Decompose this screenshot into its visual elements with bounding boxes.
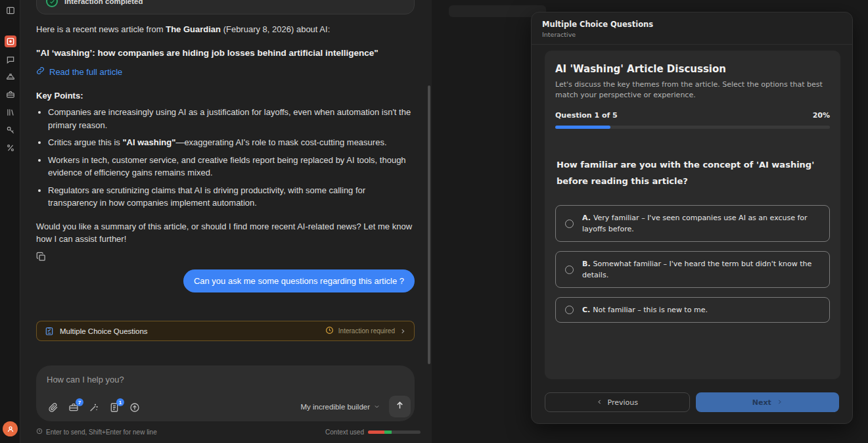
context-usage-bar xyxy=(368,431,421,434)
plus-icon xyxy=(5,35,16,47)
arrow-up-icon xyxy=(395,400,405,413)
key-points-title: Key Points: xyxy=(36,91,415,101)
copy-icon xyxy=(36,252,46,264)
article-headline: "AI ‘washing’: how companies are hiding … xyxy=(36,48,415,58)
composer-input[interactable] xyxy=(47,375,323,390)
list-item: Companies are increasingly using AI as a… xyxy=(48,106,415,131)
builder-selector[interactable]: My incredible builder xyxy=(301,403,380,411)
attach-button[interactable] xyxy=(48,402,58,413)
option-a[interactable]: A.Very familiar – I've seen companies us… xyxy=(555,205,830,242)
send-hint: Enter to send, Shift+Enter for new line xyxy=(46,429,157,436)
option-a-label: Very familiar – I've seen companies use … xyxy=(582,214,808,233)
tools-nav-button[interactable] xyxy=(0,143,20,155)
status-label: Interaction completed xyxy=(64,0,143,5)
quiz-description: Let's discuss the key themes from the ar… xyxy=(555,80,823,100)
composer: 7 1 My incredible builder xyxy=(36,365,415,421)
list-item: Workers in tech, customer service, and c… xyxy=(48,154,415,179)
list-item: Critics argue this is "AI washing"—exagg… xyxy=(48,136,415,149)
previous-label: Previous xyxy=(608,398,639,407)
next-button[interactable]: Next xyxy=(696,392,840,412)
bullet-text: Regulators are scrutinizing claims that … xyxy=(48,185,365,208)
progress-track xyxy=(555,126,830,129)
key-icon xyxy=(6,126,15,137)
option-b[interactable]: B.Somewhat familiar – I've heard the ter… xyxy=(555,251,830,288)
copy-button[interactable] xyxy=(36,252,47,262)
clock-badge-icon xyxy=(325,325,334,337)
apps-nav-button[interactable] xyxy=(0,90,20,102)
panel-header: Multiple Choice Questions Interactive xyxy=(532,12,852,45)
user-message-bubble: Can you ask me some questions regarding … xyxy=(183,269,415,292)
question-card: AI 'Washing' Article Discussion Let's di… xyxy=(545,51,840,379)
question-text: How familiar are you with the concept of… xyxy=(557,156,830,189)
composer-toolbar: 7 1 xyxy=(48,402,140,413)
bullet-text: Critics argue this is xyxy=(48,137,122,147)
chat-nav-button[interactable] xyxy=(0,55,20,67)
radio-icon[interactable] xyxy=(565,266,574,274)
checklist-icon xyxy=(45,327,54,336)
option-a-letter: A. xyxy=(582,214,591,222)
keys-nav-button[interactable] xyxy=(0,126,20,137)
library-nav-button[interactable] xyxy=(0,108,20,120)
bullet-text: —exaggerating AI's role to mask cost-cut… xyxy=(175,137,386,147)
tool-card-title: Multiple Choice Questions xyxy=(60,327,148,335)
progress-row: Question 1 of 5 20% xyxy=(555,111,830,120)
bullet-bold: "AI washing" xyxy=(122,137,175,147)
context-used-label: Context used xyxy=(325,429,364,436)
usage-button[interactable] xyxy=(129,402,140,413)
chat-scrollbar[interactable] xyxy=(428,85,430,364)
sidebar-toggle-icon xyxy=(6,6,15,18)
progress-label: Question 1 of 5 xyxy=(555,111,618,120)
chat-footer: Enter to send, Shift+Enter for new line … xyxy=(36,428,421,436)
option-c[interactable]: C.Not familiar – this is new to me. xyxy=(555,297,830,323)
option-c-letter: C. xyxy=(582,306,590,314)
option-a-text: A.Very familiar – I've seen companies us… xyxy=(582,212,820,235)
progress-fill xyxy=(555,126,610,129)
option-c-label: Not familiar – this is new to me. xyxy=(593,306,708,314)
magic-wand-button[interactable] xyxy=(89,402,99,413)
send-button[interactable] xyxy=(389,396,411,417)
chat-column: Interaction completed Here is a recent n… xyxy=(20,0,432,443)
radio-icon[interactable] xyxy=(565,220,574,228)
new-app-button[interactable] xyxy=(0,35,20,47)
library-icon xyxy=(6,108,15,120)
toolkit-count-badge: 7 xyxy=(76,398,83,406)
panel-subtitle: Interactive xyxy=(542,31,842,38)
intro-bold: The Guardian xyxy=(166,24,221,34)
mcq-panel: Multiple Choice Questions Interactive AI… xyxy=(531,12,853,424)
status-card: Interaction completed xyxy=(36,0,415,14)
radio-icon[interactable] xyxy=(565,306,574,314)
context-segment-red xyxy=(368,431,384,434)
intro-pre: Here is a recent news article from xyxy=(36,24,166,34)
documents-button[interactable]: 1 xyxy=(109,402,120,413)
documents-count-badge: 1 xyxy=(116,398,124,406)
bullet-text: Companies are increasingly using AI as a… xyxy=(48,107,411,130)
hard-hat-icon xyxy=(6,72,15,84)
clock-icon xyxy=(36,428,43,436)
chevron-right-icon xyxy=(777,398,783,407)
link-label: Read the full article xyxy=(49,67,122,77)
option-b-letter: B. xyxy=(582,260,591,268)
sidebar-toggle-button[interactable] xyxy=(0,6,20,18)
panel-buttons: Previous Next xyxy=(545,392,839,412)
account-button[interactable] xyxy=(0,421,20,436)
bullet-text: Workers in tech, customer service, and c… xyxy=(48,155,406,178)
context-segment-green xyxy=(384,431,392,434)
previous-button[interactable]: Previous xyxy=(545,392,690,412)
options-list: A.Very familiar – I've seen companies us… xyxy=(555,205,830,323)
closing-paragraph: Would you like a summary of this article… xyxy=(36,221,415,245)
toolkit-button[interactable]: 7 xyxy=(68,402,79,413)
mcq-tool-card[interactable]: Multiple Choice Questions Interaction re… xyxy=(36,321,415,341)
builder-nav-button[interactable] xyxy=(0,72,20,84)
progress-percent: 20% xyxy=(813,111,830,120)
key-points-list: Companies are increasingly using AI as a… xyxy=(36,106,415,214)
next-label: Next xyxy=(752,398,771,407)
chat-bubble-icon xyxy=(6,55,15,67)
intro-paragraph: Here is a recent news article from The G… xyxy=(36,24,415,36)
toolbox-icon xyxy=(6,90,15,102)
chevron-left-icon xyxy=(597,398,603,407)
user-avatar-icon xyxy=(3,421,18,436)
left-rail xyxy=(0,0,20,443)
quiz-title: AI 'Washing' Article Discussion xyxy=(555,63,830,75)
article-link[interactable]: Read the full article xyxy=(36,66,415,77)
app-window: Interaction completed Here is a recent n… xyxy=(0,0,868,443)
